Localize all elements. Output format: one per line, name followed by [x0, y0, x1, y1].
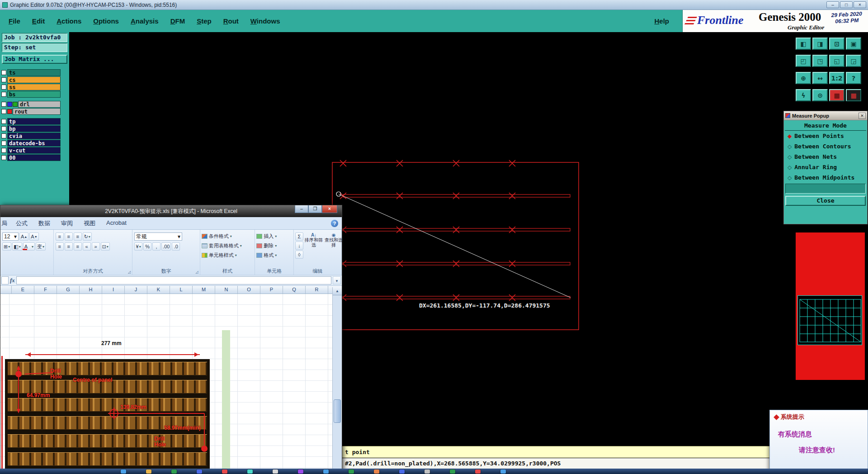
- number-format-select[interactable]: 常规▾: [134, 232, 182, 241]
- layer-row[interactable]: rout: [1, 108, 61, 115]
- layer-row[interactable]: cvia: [1, 133, 61, 139]
- layer-name[interactable]: drl: [18, 101, 61, 108]
- column-header[interactable]: I: [102, 286, 125, 294]
- excel-help-icon[interactable]: ?: [331, 220, 338, 227]
- column-header[interactable]: O: [238, 286, 260, 294]
- excel-restore-button[interactable]: ❐: [308, 205, 322, 213]
- taskbar-app-icon[interactable]: [171, 469, 177, 474]
- layer-row[interactable]: 00: [1, 154, 61, 161]
- layer-checkbox[interactable]: [1, 119, 6, 124]
- taskbar-app-icon[interactable]: [399, 469, 405, 474]
- layer-name[interactable]: bp: [7, 125, 61, 132]
- percent-style-button[interactable]: %: [143, 242, 151, 251]
- cells-button[interactable]: 格式▾: [255, 251, 293, 260]
- column-header[interactable]: K: [147, 286, 170, 294]
- accounting-format-button[interactable]: ¥▾: [134, 242, 142, 251]
- cells-button[interactable]: 插入▾: [255, 232, 293, 241]
- comma-style-button[interactable]: ,: [152, 242, 160, 251]
- formula-expand-icon[interactable]: ▾: [333, 276, 341, 284]
- menu-item[interactable]: Rout: [217, 17, 245, 25]
- layer-checkbox[interactable]: [1, 102, 6, 107]
- column-header[interactable]: J: [125, 286, 147, 294]
- font-color-button[interactable]: A▾: [23, 242, 35, 251]
- taskbar-app-icon[interactable]: [121, 469, 126, 474]
- clear-button[interactable]: ◊: [295, 251, 303, 259]
- excel-ribbon-tab[interactable]: 公式: [10, 218, 33, 229]
- job-matrix-button[interactable]: Job Matrix ...: [2, 55, 67, 64]
- column-header-partial[interactable]: [0, 286, 12, 294]
- maximize-button[interactable]: □: [840, 1, 853, 8]
- layer-row[interactable]: bp: [1, 125, 61, 132]
- excel-titlebar[interactable]: 2V2KT0VFA0-预审提示.xls [兼容模式] - Microsoft E…: [0, 205, 342, 217]
- layer-color-chip[interactable]: [13, 102, 18, 107]
- layer-checkbox[interactable]: [1, 133, 6, 138]
- format-as-table-button[interactable]: 套用表格格式▾: [200, 241, 255, 251]
- measure-popup-titlebar[interactable]: Measure Popup ✕: [784, 111, 867, 120]
- toolbar-button[interactable]: ◨: [812, 38, 828, 50]
- layer-row[interactable]: cs: [1, 76, 61, 83]
- layer-checkbox[interactable]: [1, 85, 6, 90]
- excel-close-button[interactable]: ×: [322, 205, 337, 213]
- orientation-button[interactable]: ↻▾: [83, 232, 92, 241]
- layer-name[interactable]: tp: [7, 118, 61, 125]
- system-message-popup[interactable]: 系统提示 有系统消息 请注意查收!: [769, 410, 868, 473]
- measure-mode-option[interactable]: ◇ Annular Ring: [784, 162, 867, 172]
- formula-input[interactable]: [16, 276, 331, 284]
- taskbar-app-icon[interactable]: [425, 469, 430, 474]
- scroll-up-icon[interactable]: ▲: [333, 287, 342, 295]
- taskbar-app-icon[interactable]: [323, 469, 329, 474]
- layer-checkbox[interactable]: [1, 148, 6, 153]
- layer-checkbox[interactable]: [1, 141, 6, 146]
- phonetic-button[interactable]: 变▾: [36, 242, 46, 251]
- measure-mode-option[interactable]: ◇ Between Midpoints: [784, 172, 867, 183]
- taskbar-app-icon[interactable]: [298, 469, 303, 474]
- toolbar-button[interactable]: ?: [846, 72, 861, 84]
- layer-name[interactable]: bs: [7, 91, 61, 98]
- layer-name[interactable]: v-cut: [7, 147, 61, 154]
- menu-item[interactable]: Edit: [26, 17, 51, 25]
- measure-mode-option[interactable]: ◇ Between Contours: [784, 141, 867, 152]
- layer-row[interactable]: v-cut: [1, 147, 61, 154]
- layer-checkbox[interactable]: [1, 77, 6, 82]
- measure-popup-close-button[interactable]: Close: [785, 196, 866, 206]
- increase-indent-button[interactable]: »: [92, 242, 100, 251]
- layer-row[interactable]: ts: [1, 69, 61, 76]
- taskbar-app-icon[interactable]: [273, 469, 278, 474]
- column-header[interactable]: R: [306, 286, 328, 294]
- menu-item[interactable]: Actions: [51, 17, 87, 25]
- autosum-button[interactable]: Σ: [295, 232, 303, 241]
- layer-name[interactable]: rout: [13, 108, 61, 115]
- layer-name[interactable]: ts: [7, 69, 61, 76]
- column-header[interactable]: E: [12, 286, 34, 294]
- excel-tab-partial[interactable]: 局: [0, 218, 10, 229]
- layer-checkbox[interactable]: [1, 126, 6, 131]
- taskbar-app-icon[interactable]: [247, 469, 253, 474]
- toolbar-button[interactable]: ϟ: [796, 89, 811, 101]
- borders-button[interactable]: ⊞▾: [2, 242, 11, 251]
- panel-overview-minimap[interactable]: [797, 295, 862, 345]
- align-right-button[interactable]: ≡: [74, 242, 82, 251]
- layer-checkbox[interactable]: [1, 109, 6, 114]
- decrease-decimal-button[interactable]: .0: [172, 242, 180, 251]
- column-header[interactable]: F: [34, 286, 57, 294]
- layer-name[interactable]: datecode-bs: [7, 140, 61, 147]
- cell-styles-button[interactable]: 单元格样式▾: [200, 251, 255, 260]
- column-header[interactable]: Q: [283, 286, 306, 294]
- menu-item[interactable]: Step: [191, 17, 217, 25]
- layer-row[interactable]: datecode-bs: [1, 140, 61, 147]
- measure-mode-option[interactable]: ◇ Between Nets: [784, 152, 867, 162]
- dialog-launcher-icon[interactable]: ◿: [195, 270, 198, 274]
- close-button[interactable]: ×: [854, 1, 866, 8]
- font-size-select[interactable]: 12▾: [2, 232, 19, 241]
- pcb-panel-photo[interactable]: Drill Hole Centre of panel 64.97mm 139.8…: [5, 359, 210, 473]
- shrink-font-button[interactable]: A▼: [29, 232, 38, 241]
- grow-font-button[interactable]: A▲: [19, 232, 28, 241]
- menu-item[interactable]: DFM: [165, 17, 191, 25]
- toolbar-button[interactable]: ◳: [812, 55, 828, 67]
- minimize-button[interactable]: –: [826, 1, 839, 8]
- excel-ribbon-tab[interactable]: Acrobat: [101, 218, 132, 229]
- align-middle-button[interactable]: ≡: [65, 232, 73, 241]
- excel-ribbon-tab[interactable]: 视图: [78, 218, 101, 229]
- merge-center-button[interactable]: ⊡▾: [101, 242, 110, 251]
- toolbar-button[interactable]: ◧: [796, 38, 811, 50]
